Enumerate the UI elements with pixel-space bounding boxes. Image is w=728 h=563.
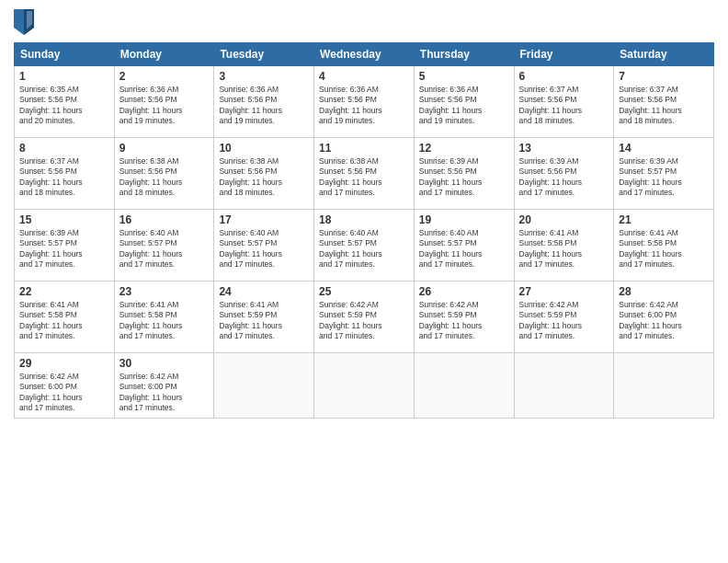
day-number: 16 bbox=[119, 213, 210, 226]
day-info: Sunrise: 6:40 AMSunset: 5:57 PMDaylight:… bbox=[419, 228, 509, 270]
day-info: Sunrise: 6:39 AMSunset: 5:56 PMDaylight:… bbox=[419, 156, 509, 199]
day-number: 22 bbox=[19, 285, 109, 298]
day-info: Sunrise: 6:42 AMSunset: 5:59 PMDaylight:… bbox=[419, 300, 509, 342]
header bbox=[14, 9, 714, 35]
calendar-table: SundayMondayTuesdayWednesdayThursdayFrid… bbox=[14, 42, 714, 419]
day-info: Sunrise: 6:37 AMSunset: 5:56 PMDaylight:… bbox=[519, 85, 609, 127]
calendar-header-monday: Monday bbox=[114, 43, 214, 66]
calendar-cell: 7Sunrise: 6:37 AMSunset: 5:56 PMDaylight… bbox=[614, 66, 714, 138]
calendar-header-tuesday: Tuesday bbox=[214, 43, 314, 66]
calendar-cell: 16Sunrise: 6:40 AMSunset: 5:57 PMDayligh… bbox=[114, 210, 214, 282]
calendar-week-row: 29Sunrise: 6:42 AMSunset: 6:00 PMDayligh… bbox=[15, 353, 714, 419]
calendar-week-row: 8Sunrise: 6:37 AMSunset: 5:56 PMDaylight… bbox=[15, 138, 714, 210]
day-number: 26 bbox=[419, 285, 509, 298]
day-number: 11 bbox=[319, 142, 409, 155]
day-info: Sunrise: 6:39 AMSunset: 5:56 PMDaylight:… bbox=[519, 156, 609, 199]
calendar-cell bbox=[414, 353, 514, 419]
day-number: 18 bbox=[319, 213, 409, 226]
day-number: 30 bbox=[119, 357, 210, 370]
calendar-week-row: 22Sunrise: 6:41 AMSunset: 5:58 PMDayligh… bbox=[15, 282, 714, 353]
day-info: Sunrise: 6:41 AMSunset: 5:58 PMDaylight:… bbox=[619, 228, 709, 270]
day-info: Sunrise: 6:42 AMSunset: 6:00 PMDaylight:… bbox=[119, 372, 210, 414]
day-number: 7 bbox=[619, 70, 709, 83]
day-number: 1 bbox=[19, 70, 109, 83]
day-info: Sunrise: 6:37 AMSunset: 5:56 PMDaylight:… bbox=[19, 156, 109, 199]
day-number: 28 bbox=[619, 285, 709, 298]
day-info: Sunrise: 6:36 AMSunset: 5:56 PMDaylight:… bbox=[219, 85, 309, 127]
calendar-cell: 15Sunrise: 6:39 AMSunset: 5:57 PMDayligh… bbox=[15, 210, 115, 282]
calendar-cell: 24Sunrise: 6:41 AMSunset: 5:59 PMDayligh… bbox=[214, 282, 314, 353]
day-info: Sunrise: 6:40 AMSunset: 5:57 PMDaylight:… bbox=[119, 228, 210, 270]
day-info: Sunrise: 6:40 AMSunset: 5:57 PMDaylight:… bbox=[219, 228, 309, 270]
calendar-cell: 14Sunrise: 6:39 AMSunset: 5:57 PMDayligh… bbox=[614, 138, 714, 210]
day-number: 14 bbox=[619, 142, 709, 155]
day-info: Sunrise: 6:42 AMSunset: 5:59 PMDaylight:… bbox=[319, 300, 409, 342]
calendar-cell: 4Sunrise: 6:36 AMSunset: 5:56 PMDaylight… bbox=[314, 66, 415, 138]
calendar-cell: 18Sunrise: 6:40 AMSunset: 5:57 PMDayligh… bbox=[314, 210, 415, 282]
calendar-header-thursday: Thursday bbox=[414, 43, 514, 66]
calendar-cell: 25Sunrise: 6:42 AMSunset: 5:59 PMDayligh… bbox=[314, 282, 415, 353]
day-info: Sunrise: 6:36 AMSunset: 5:56 PMDaylight:… bbox=[319, 85, 409, 127]
day-number: 4 bbox=[319, 70, 409, 83]
day-number: 17 bbox=[219, 213, 309, 226]
calendar-header-friday: Friday bbox=[514, 43, 614, 66]
calendar-cell: 6Sunrise: 6:37 AMSunset: 5:56 PMDaylight… bbox=[514, 66, 614, 138]
day-info: Sunrise: 6:42 AMSunset: 6:00 PMDaylight:… bbox=[19, 372, 109, 414]
calendar-cell: 26Sunrise: 6:42 AMSunset: 5:59 PMDayligh… bbox=[414, 282, 514, 353]
calendar-cell: 22Sunrise: 6:41 AMSunset: 5:58 PMDayligh… bbox=[15, 282, 115, 353]
calendar-cell: 21Sunrise: 6:41 AMSunset: 5:58 PMDayligh… bbox=[614, 210, 714, 282]
day-info: Sunrise: 6:42 AMSunset: 5:59 PMDaylight:… bbox=[519, 300, 609, 342]
day-number: 5 bbox=[419, 70, 509, 83]
calendar-cell: 1Sunrise: 6:35 AMSunset: 5:56 PMDaylight… bbox=[15, 66, 115, 138]
calendar-week-row: 15Sunrise: 6:39 AMSunset: 5:57 PMDayligh… bbox=[15, 210, 714, 282]
logo-icon bbox=[14, 9, 34, 35]
calendar-cell: 12Sunrise: 6:39 AMSunset: 5:56 PMDayligh… bbox=[414, 138, 514, 210]
calendar-cell: 28Sunrise: 6:42 AMSunset: 6:00 PMDayligh… bbox=[614, 282, 714, 353]
day-number: 25 bbox=[319, 285, 409, 298]
day-number: 23 bbox=[119, 285, 210, 298]
day-info: Sunrise: 6:38 AMSunset: 5:56 PMDaylight:… bbox=[119, 156, 210, 199]
calendar-cell bbox=[214, 353, 314, 419]
day-number: 3 bbox=[219, 70, 309, 83]
day-number: 21 bbox=[619, 213, 709, 226]
day-number: 9 bbox=[119, 142, 210, 155]
day-info: Sunrise: 6:41 AMSunset: 5:58 PMDaylight:… bbox=[19, 300, 109, 342]
day-number: 29 bbox=[19, 357, 109, 370]
day-info: Sunrise: 6:38 AMSunset: 5:56 PMDaylight:… bbox=[319, 156, 409, 199]
day-info: Sunrise: 6:35 AMSunset: 5:56 PMDaylight:… bbox=[19, 85, 109, 127]
page: SundayMondayTuesdayWednesdayThursdayFrid… bbox=[0, 0, 728, 563]
day-info: Sunrise: 6:39 AMSunset: 5:57 PMDaylight:… bbox=[619, 156, 709, 199]
calendar-cell: 11Sunrise: 6:38 AMSunset: 5:56 PMDayligh… bbox=[314, 138, 415, 210]
day-number: 15 bbox=[19, 213, 109, 226]
day-info: Sunrise: 6:41 AMSunset: 5:58 PMDaylight:… bbox=[119, 300, 210, 342]
calendar-cell: 2Sunrise: 6:36 AMSunset: 5:56 PMDaylight… bbox=[114, 66, 214, 138]
day-info: Sunrise: 6:36 AMSunset: 5:56 PMDaylight:… bbox=[419, 85, 509, 127]
day-info: Sunrise: 6:41 AMSunset: 5:58 PMDaylight:… bbox=[519, 228, 609, 270]
day-number: 12 bbox=[419, 142, 509, 155]
calendar-cell: 5Sunrise: 6:36 AMSunset: 5:56 PMDaylight… bbox=[414, 66, 514, 138]
day-info: Sunrise: 6:39 AMSunset: 5:57 PMDaylight:… bbox=[19, 228, 109, 270]
calendar-cell bbox=[614, 353, 714, 419]
calendar-cell: 9Sunrise: 6:38 AMSunset: 5:56 PMDaylight… bbox=[114, 138, 214, 210]
day-info: Sunrise: 6:42 AMSunset: 6:00 PMDaylight:… bbox=[619, 300, 709, 342]
calendar-cell: 20Sunrise: 6:41 AMSunset: 5:58 PMDayligh… bbox=[514, 210, 614, 282]
day-info: Sunrise: 6:41 AMSunset: 5:59 PMDaylight:… bbox=[219, 300, 309, 342]
logo bbox=[14, 9, 34, 35]
day-number: 13 bbox=[519, 142, 609, 155]
calendar-cell: 30Sunrise: 6:42 AMSunset: 6:00 PMDayligh… bbox=[114, 353, 214, 419]
calendar-cell: 3Sunrise: 6:36 AMSunset: 5:56 PMDaylight… bbox=[214, 66, 314, 138]
calendar-header-sunday: Sunday bbox=[15, 43, 115, 66]
calendar-week-row: 1Sunrise: 6:35 AMSunset: 5:56 PMDaylight… bbox=[15, 66, 714, 138]
day-number: 19 bbox=[419, 213, 509, 226]
calendar-cell: 8Sunrise: 6:37 AMSunset: 5:56 PMDaylight… bbox=[15, 138, 115, 210]
day-info: Sunrise: 6:40 AMSunset: 5:57 PMDaylight:… bbox=[319, 228, 409, 270]
calendar-cell: 19Sunrise: 6:40 AMSunset: 5:57 PMDayligh… bbox=[414, 210, 514, 282]
calendar-cell bbox=[514, 353, 614, 419]
day-number: 8 bbox=[19, 142, 109, 155]
calendar-header-wednesday: Wednesday bbox=[314, 43, 415, 66]
day-number: 27 bbox=[519, 285, 609, 298]
calendar-cell: 27Sunrise: 6:42 AMSunset: 5:59 PMDayligh… bbox=[514, 282, 614, 353]
day-number: 24 bbox=[219, 285, 309, 298]
day-info: Sunrise: 6:38 AMSunset: 5:56 PMDaylight:… bbox=[219, 156, 309, 199]
calendar-cell: 29Sunrise: 6:42 AMSunset: 6:00 PMDayligh… bbox=[15, 353, 115, 419]
